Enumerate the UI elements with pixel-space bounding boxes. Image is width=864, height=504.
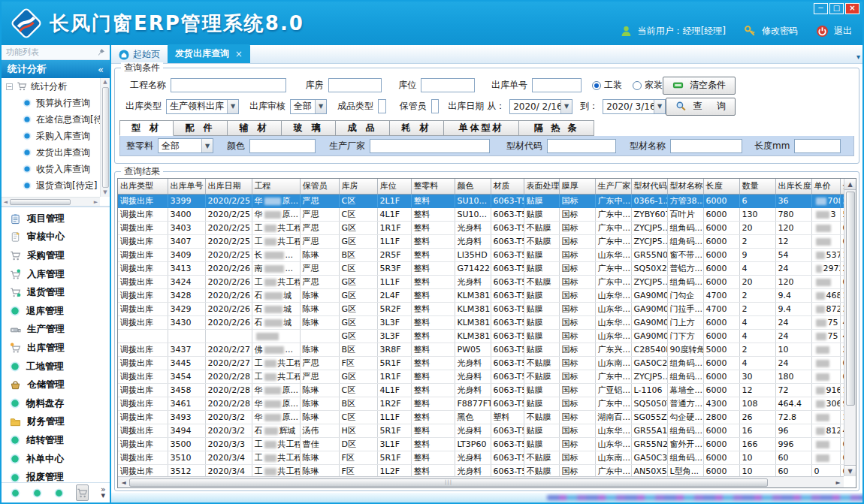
tree-horizontal-scrollbar[interactable]: ◄► bbox=[2, 197, 100, 206]
table-row[interactable]: 调拨出库34452020/2/27工共工程严思F区5R1F整料光身料6063-T… bbox=[118, 356, 844, 370]
table-row[interactable]: 调拨出库34032020/2/25工共工程严思G区1R1F整料光身料6063-T… bbox=[118, 221, 844, 234]
sidebar-group-item[interactable]: 项目管理 bbox=[2, 210, 110, 228]
column-header[interactable]: 单价 bbox=[811, 179, 840, 194]
column-header[interactable]: 出库类型 bbox=[118, 179, 168, 194]
search-button[interactable]: 查 询 bbox=[666, 98, 736, 116]
order-no-input[interactable] bbox=[532, 78, 582, 92]
audit-select[interactable]: 全部▼ bbox=[290, 99, 327, 114]
tree-root-statistics[interactable]: − 统计分析 bbox=[2, 78, 100, 95]
color-input[interactable] bbox=[249, 139, 316, 153]
location-input[interactable] bbox=[421, 78, 475, 92]
tree-item[interactable]: 退货查询[待定] bbox=[2, 177, 100, 194]
sidebar-group-item[interactable]: 物料盘存 bbox=[2, 394, 110, 413]
sidebar-group-item[interactable]: 退库管理 bbox=[2, 302, 110, 321]
table-row[interactable]: 调拨出库34612020/2/28华原...陈琳B区1R2F整料F8877FT6… bbox=[118, 397, 844, 410]
tree-item[interactable]: 采购入库查询 bbox=[2, 128, 100, 144]
material-tab-2[interactable]: 辅 材 bbox=[228, 120, 282, 136]
sidebar-tool-button[interactable] bbox=[76, 484, 89, 501]
length-input[interactable] bbox=[794, 139, 841, 153]
table-row[interactable]: 调拨出库35102020/3/4工共工程陈琳F区5R1F整料光身料6063-T5… bbox=[118, 451, 844, 464]
column-header[interactable]: 工程 bbox=[252, 179, 300, 194]
collapse-chevron-icon[interactable]: « bbox=[98, 64, 104, 75]
table-row[interactable]: 调拨出库34242020/2/26工共工程严思G区1L1F整料光身料6063-T… bbox=[118, 275, 844, 288]
table-row[interactable]: 调拨出库34542020/2/28工共工程严思G区1R1F整料光身料6063-T… bbox=[118, 370, 844, 383]
green-dot-icon[interactable] bbox=[32, 488, 42, 498]
table-row[interactable]: 调拨出库34942020/3/2石辉城汤伟H区5R1F整料光身料6063-T5贴… bbox=[118, 424, 844, 437]
table-row[interactable]: 调拨出库34582020/2/28华原...陈琳C区4L1F整料光身料6063-… bbox=[118, 383, 844, 397]
profile-name-input[interactable] bbox=[670, 139, 742, 153]
profile-code-input[interactable] bbox=[547, 139, 616, 153]
sidebar-group-item[interactable]: 补单中心 bbox=[2, 450, 110, 469]
tab-close-icon[interactable]: × bbox=[235, 49, 243, 59]
column-header[interactable]: 型材代码 bbox=[631, 179, 667, 194]
table-row[interactable]: 调拨出库35122020/3/4工共工程陈琳F区1L2F整料光身料6063-T5… bbox=[118, 464, 844, 476]
change-password-link[interactable]: 修改密码 bbox=[762, 25, 798, 38]
whole-part-select[interactable]: 全部▼ bbox=[158, 138, 213, 153]
green-dot-icon[interactable] bbox=[54, 488, 64, 498]
tree-item[interactable]: 发货出库查询 bbox=[2, 144, 100, 161]
radio-home[interactable] bbox=[633, 81, 642, 90]
sidebar-group-item[interactable]: 退货管理 bbox=[2, 283, 110, 302]
logout-link[interactable]: 退出 bbox=[834, 25, 852, 38]
column-header[interactable]: 表面处理 bbox=[524, 179, 559, 194]
out-type-select[interactable]: 生产领料出库▼ bbox=[166, 99, 239, 114]
table-row[interactable]: 调拨出库35002020/3/3工共工程曹佳D区3L1F整料LT3P606063… bbox=[118, 437, 844, 451]
table-row[interactable]: 调拨出库34072020/2/25工共工程严思G区1L1F整料光身料6063-T… bbox=[118, 234, 844, 248]
warehouse-input[interactable] bbox=[328, 78, 382, 92]
table-row[interactable]: 调拨出库34302020/2/26石城陈琳G区3L3F整料KLM38176063… bbox=[118, 315, 844, 329]
column-header[interactable]: 出库长度 bbox=[775, 179, 811, 194]
maximize-button[interactable]: □ bbox=[829, 3, 844, 14]
column-header[interactable]: 出库单号 bbox=[168, 179, 205, 194]
table-row[interactable]: 调拨出库34932020/3/2华原...陈琳C区1L1F整料黑色塑料不贴膜国标… bbox=[118, 410, 844, 424]
project-name-input[interactable] bbox=[171, 78, 286, 92]
minimize-button[interactable]: − bbox=[814, 3, 828, 14]
column-header[interactable]: 数量 bbox=[739, 179, 775, 194]
tree-item[interactable]: 在途信息查询[待 bbox=[2, 111, 100, 128]
table-row[interactable]: 调拨出库34292020/2/26石城陈琳G区5R2F整料KLM38176063… bbox=[118, 302, 844, 315]
sidebar-group-item[interactable]: 工地管理 bbox=[2, 358, 110, 376]
material-tab-0[interactable]: 型 材 bbox=[119, 120, 174, 136]
material-tab-3[interactable]: 玻 璃 bbox=[282, 120, 336, 136]
table-row[interactable]: 调拨出库33992020/2/25华原...严思C区2L1F整料SU10...6… bbox=[118, 194, 844, 207]
column-header[interactable]: 材质 bbox=[491, 179, 524, 194]
material-tab-4[interactable]: 成 品 bbox=[336, 120, 390, 136]
column-header[interactable]: 颜色 bbox=[455, 179, 491, 194]
sidebar-group-item[interactable]: 采购管理 bbox=[2, 246, 110, 265]
sidebar-group-item[interactable]: 报废管理 bbox=[2, 468, 110, 482]
sidebar-group-item[interactable]: 结转管理 bbox=[2, 431, 110, 450]
tree-expand-icon[interactable]: − bbox=[6, 83, 13, 90]
column-header[interactable]: 出库日期 bbox=[205, 179, 252, 194]
product-type-input[interactable] bbox=[378, 99, 386, 113]
tab-overflow-icon[interactable]: ▾ bbox=[856, 53, 860, 61]
tab-home[interactable]: 起始页 bbox=[111, 46, 168, 63]
material-tab-5[interactable]: 耗 材 bbox=[390, 120, 444, 136]
manufacturer-input[interactable] bbox=[370, 139, 490, 153]
column-header[interactable]: 膜厚 bbox=[559, 179, 595, 194]
sidebar-group-item[interactable]: 仓储管理 bbox=[2, 376, 110, 394]
tab-shipping-outbound-query[interactable]: 发货出库查询 × bbox=[168, 44, 250, 63]
date-from-picker[interactable]: 2020/ 2/16▼ bbox=[509, 99, 572, 114]
pin-icon[interactable] bbox=[97, 48, 105, 56]
table-row[interactable]: G区3L3F整料KLM38176063-T5贴膜国标山东华...GA90M09.… bbox=[118, 329, 844, 343]
close-button[interactable]: × bbox=[845, 3, 859, 14]
sidebar-group-item[interactable]: 财务管理 bbox=[2, 413, 110, 432]
column-header[interactable]: 整零料 bbox=[411, 179, 455, 194]
date-to-picker[interactable]: 2020/ 3/16▼ bbox=[603, 99, 666, 114]
tree-vertical-scrollbar[interactable]: ▲▼ bbox=[100, 78, 110, 197]
grid-horizontal-scrollbar[interactable]: ◄|||► bbox=[118, 476, 844, 487]
column-header[interactable]: 长度 bbox=[703, 179, 739, 194]
clear-conditions-button[interactable]: 清空条件 bbox=[663, 77, 736, 95]
material-tab-1[interactable]: 配 件 bbox=[174, 120, 228, 136]
material-tab-7[interactable]: 隔 热 条 bbox=[519, 120, 594, 136]
sidebar-group-item[interactable]: 出库管理 bbox=[2, 339, 110, 358]
table-row[interactable]: 调拨出库34002020/2/25华原...严思C区4L1F整料SU10...6… bbox=[118, 207, 844, 221]
column-header[interactable]: 型材名称 bbox=[667, 179, 703, 194]
column-header[interactable]: 保管员 bbox=[300, 179, 339, 194]
table-row[interactable]: 调拨出库34282020/2/26石城陈琳G区2L4F整料KLM38176063… bbox=[118, 288, 844, 302]
green-dot-icon[interactable] bbox=[11, 488, 20, 498]
grid-vertical-scrollbar[interactable]: ▲▼ bbox=[844, 179, 856, 476]
radio-industrial[interactable] bbox=[592, 81, 601, 90]
tree-item[interactable]: 预算执行查询 bbox=[2, 95, 100, 111]
sidebar-group-item[interactable]: 审核中心 bbox=[2, 228, 110, 247]
column-header[interactable]: 库房 bbox=[339, 179, 377, 194]
